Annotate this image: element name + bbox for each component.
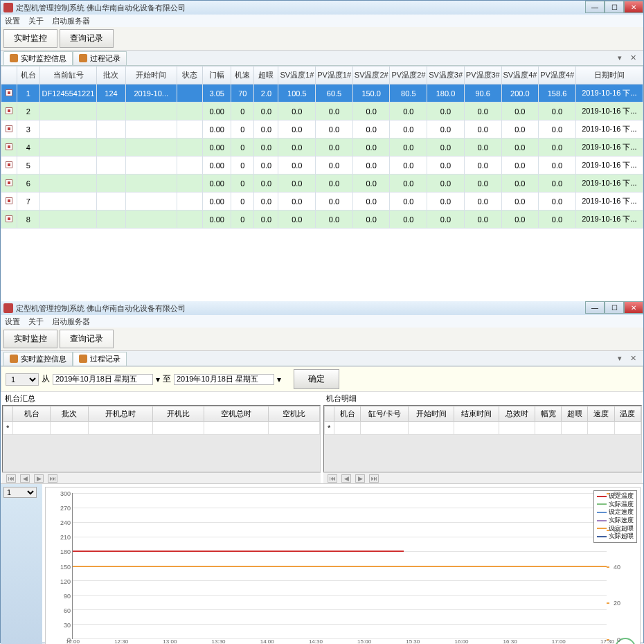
nav-first[interactable]: ⏮	[6, 474, 16, 483]
col-header[interactable]: 开机比	[153, 406, 204, 422]
close-button[interactable]: ✕	[624, 1, 643, 13]
subtab-realtime-info[interactable]: 实时监控信息	[3, 51, 73, 65]
nav-next[interactable]: ▶	[34, 474, 44, 483]
col-header[interactable]: 当前缸号	[39, 66, 97, 84]
machine-select[interactable]: 1	[6, 373, 39, 386]
col-header[interactable]: 开机总时	[88, 406, 152, 422]
col-header[interactable]: SV温度1#	[278, 66, 316, 84]
col-header[interactable]: 空机总时	[204, 406, 268, 422]
menu-settings[interactable]: 设置	[5, 16, 20, 26]
nav-first[interactable]: ⏮	[328, 474, 337, 483]
col-header[interactable]: 机台	[17, 66, 39, 84]
col-header[interactable]: 总效时	[499, 406, 535, 422]
cell: 0.0	[390, 138, 427, 156]
col-header[interactable]: 机速	[231, 66, 254, 84]
col-header[interactable]: SV温度4#	[501, 66, 539, 84]
table-row[interactable]: 1DF12455412211242019-10...3.05702.0100.5…	[1, 84, 643, 102]
col-header[interactable]: 批次	[51, 406, 88, 422]
cell	[153, 422, 204, 435]
cell	[361, 422, 409, 435]
confirm-button[interactable]: 确定	[294, 369, 339, 389]
detail-grid[interactable]: 机台缸号/卡号开始时间结束时间总效时幅宽超喂速度温度*	[323, 405, 642, 472]
table-row[interactable]: 60.0000.00.00.00.00.00.00.00.00.02019-10…	[1, 175, 643, 193]
menu-start-server[interactable]: 启动服务器	[52, 16, 90, 26]
calendar-icon[interactable]: ▾	[277, 375, 281, 384]
menu-settings[interactable]: 设置	[5, 316, 20, 327]
col-header[interactable]: 温度	[614, 406, 641, 422]
col-header[interactable]: 机台	[13, 406, 51, 422]
table-row[interactable]: 70.0000.00.00.00.00.00.00.00.00.02019-10…	[1, 193, 643, 211]
col-header[interactable]: 门幅	[203, 66, 231, 84]
nav-prev[interactable]: ◀	[20, 474, 30, 483]
tab-realtime[interactable]: 实时监控	[3, 29, 57, 48]
col-header[interactable]: 结束时间	[454, 406, 499, 422]
col-header[interactable]: 空机比	[269, 406, 320, 422]
col-header[interactable]: 超喂	[254, 66, 278, 84]
col-header[interactable]: 速度	[588, 406, 614, 422]
table-row[interactable]: 30.0000.00.00.00.00.00.00.00.00.02019-10…	[1, 120, 643, 138]
from-date[interactable]	[53, 374, 153, 385]
maximize-button[interactable]: ☐	[605, 1, 624, 13]
cell	[97, 102, 125, 120]
chart-canvas[interactable]: 设定温度实际温度设定速度实际速度设定超喂实际超喂 19% 03060901201…	[45, 487, 641, 644]
chart-legend: 设定温度实际温度设定速度实际速度设定超喂实际超喂	[593, 490, 637, 543]
menu-about[interactable]: 关于	[28, 316, 44, 327]
col-header[interactable]: 超喂	[562, 406, 588, 422]
summary-grid[interactable]: 机台批次开机总时开机比空机总时空机比*	[2, 405, 321, 472]
calendar-icon[interactable]: ▾	[156, 375, 160, 384]
row-marker-icon	[6, 161, 12, 168]
cell: 0.0	[464, 211, 501, 229]
y-tick-left: 30	[57, 622, 71, 629]
cell	[39, 193, 97, 211]
col-header[interactable]: PV温度2#	[390, 66, 427, 84]
table-row[interactable]: 20.0000.00.00.00.00.00.00.00.00.02019-10…	[1, 102, 643, 120]
cell: 0.0	[427, 156, 465, 175]
table-row[interactable]: 80.0000.00.00.00.00.00.00.00.00.02019-10…	[1, 211, 643, 229]
col-header[interactable]: 状态	[177, 66, 202, 84]
tab-query[interactable]: 查询记录	[60, 29, 114, 48]
col-header[interactable]: SV温度3#	[427, 66, 465, 84]
col-header[interactable]: PV温度1#	[316, 66, 353, 84]
col-header[interactable]	[3, 406, 13, 422]
menu-about[interactable]: 关于	[28, 16, 44, 26]
subtab-process-record[interactable]: 过程记录	[73, 352, 127, 366]
menu-start-server[interactable]: 启动服务器	[52, 316, 90, 327]
col-header[interactable]: PV温度3#	[464, 66, 501, 84]
realtime-grid[interactable]: 机台当前缸号批次开始时间状态门幅机速超喂SV温度1#PV温度1#SV温度2#PV…	[1, 66, 643, 310]
col-header[interactable]: 日期时间	[575, 66, 643, 84]
col-header[interactable]: 开始时间	[409, 406, 454, 422]
close-button[interactable]: ✕	[624, 301, 643, 314]
cell: 0.00	[203, 138, 231, 156]
col-header[interactable]: 缸号/卡号	[361, 406, 409, 422]
nav-last[interactable]: ⏭	[369, 474, 379, 483]
subtab-dropdown[interactable]: ▾	[614, 354, 626, 363]
nav-last[interactable]: ⏭	[48, 474, 57, 483]
cell: *	[325, 422, 334, 435]
minimize-button[interactable]: —	[585, 1, 605, 13]
subtab-close[interactable]: ✕	[626, 53, 641, 62]
table-row[interactable]: 50.0000.00.00.00.00.00.00.00.00.02019-10…	[1, 156, 643, 175]
y-tick-left: 300	[57, 490, 71, 497]
col-header[interactable]: 开始时间	[125, 66, 177, 84]
subtab-realtime-info[interactable]: 实时监控信息	[3, 352, 73, 366]
subtab-process-record[interactable]: 过程记录	[73, 51, 127, 65]
table-row[interactable]: 40.0000.00.00.00.00.00.00.00.00.02019-10…	[1, 138, 643, 156]
col-header[interactable]: 幅宽	[535, 406, 561, 422]
cell: 80.5	[390, 84, 427, 102]
subtab-dropdown[interactable]: ▾	[614, 53, 626, 62]
col-header[interactable]: PV温度4#	[539, 66, 576, 84]
col-header[interactable]	[325, 406, 334, 422]
nav-next[interactable]: ▶	[355, 474, 365, 483]
col-header[interactable]	[1, 66, 17, 84]
minimize-button[interactable]: —	[585, 301, 605, 314]
col-header[interactable]: 批次	[97, 66, 125, 84]
maximize-button[interactable]: ☐	[605, 301, 624, 314]
to-date[interactable]	[174, 374, 274, 385]
chart-machine-select[interactable]: 1	[3, 487, 37, 498]
tab-query[interactable]: 查询记录	[60, 330, 114, 348]
nav-prev[interactable]: ◀	[341, 474, 351, 483]
tab-realtime[interactable]: 实时监控	[3, 330, 57, 348]
col-header[interactable]: 机台	[334, 406, 361, 422]
subtab-close[interactable]: ✕	[626, 354, 641, 363]
col-header[interactable]: SV温度2#	[352, 66, 390, 84]
